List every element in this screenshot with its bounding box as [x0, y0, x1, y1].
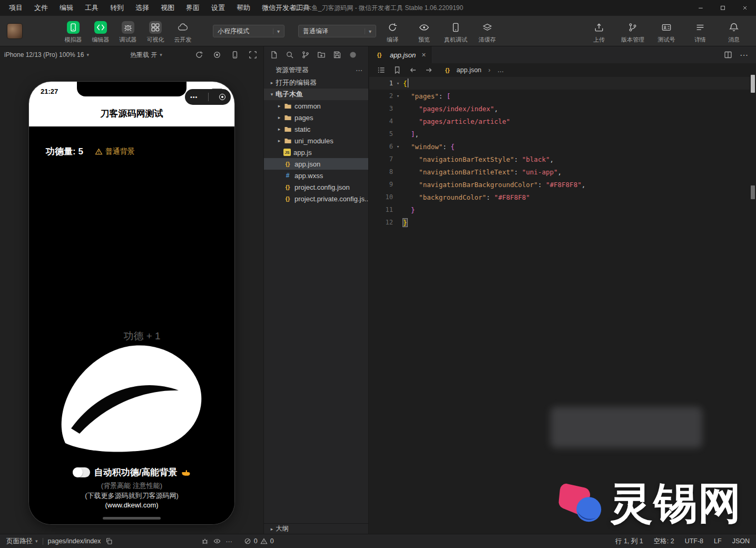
fold-icon[interactable]: ▾ — [393, 93, 403, 99]
outline-list-icon[interactable] — [377, 66, 386, 75]
editor-scrollbar[interactable] — [750, 74, 755, 534]
page-path-dropdown[interactable]: 页面路径 ▾ — [6, 537, 38, 546]
capsule-more-icon[interactable]: ••• — [190, 89, 198, 105]
compile-mode-dropdown[interactable]: 普通编译 ▾ — [298, 25, 376, 37]
project-root-item[interactable]: ▾ 电子木鱼 — [264, 89, 368, 100]
menu-item-2[interactable]: 编辑 — [54, 0, 79, 16]
code-line-5[interactable]: 5 ], — [369, 128, 750, 140]
code-line-1[interactable]: 1▾{ — [369, 77, 750, 90]
file-item-pages[interactable]: ▸pages — [264, 112, 368, 123]
git-branch-icon[interactable] — [301, 51, 310, 60]
split-editor-icon[interactable] — [723, 51, 732, 60]
minimize-button[interactable] — [690, 0, 712, 16]
editor-more-icon[interactable]: ⋯ — [740, 50, 749, 60]
editor-button[interactable]: 编辑器 — [89, 20, 113, 44]
menu-item-0[interactable]: 项目 — [3, 0, 28, 16]
breadcrumb-more[interactable]: … — [497, 66, 504, 74]
save-all-icon[interactable] — [332, 51, 341, 60]
debugger-button[interactable]: 调试器 — [116, 20, 140, 44]
compile-button[interactable]: 编译 — [380, 20, 405, 44]
file-item-app.json[interactable]: {}app.json — [264, 158, 368, 170]
capsule-close-icon[interactable] — [219, 94, 225, 100]
code-line-9[interactable]: 9 "navigationBarBackgroundColor": "#F8F8… — [369, 178, 750, 191]
file-item-app.js[interactable]: JSapp.js — [264, 146, 368, 158]
hot-reload-toggle[interactable]: 热重载 开 ▾ — [126, 51, 166, 60]
menu-item-7[interactable]: 界面 — [180, 0, 205, 16]
code-line-8[interactable]: 8 "navigationBarTitleText": "uni-app", — [369, 165, 750, 178]
scrollbar-thumb[interactable] — [751, 75, 755, 93]
status-item-1[interactable]: 空格: 2 — [654, 537, 674, 546]
refresh-simulator-icon[interactable] — [194, 51, 203, 60]
code-line-12[interactable]: 12} — [369, 216, 750, 229]
code-line-10[interactable]: 10 "backgroundColor": "#F8F8F8" — [369, 191, 750, 203]
status-more-icon[interactable]: ⋯ — [225, 537, 233, 545]
status-item-4[interactable]: JSON — [732, 537, 750, 545]
tab-app-json[interactable]: {} app.json × — [369, 46, 431, 63]
realdevice-button[interactable]: 真机调试 — [444, 20, 468, 44]
new-folder-icon[interactable] — [317, 51, 326, 60]
simulator-button[interactable]: 模拟器 — [61, 20, 85, 44]
fold-icon[interactable]: ▾ — [393, 144, 403, 149]
user-avatar[interactable] — [7, 24, 22, 38]
menu-item-9[interactable]: 帮助 — [231, 0, 256, 16]
status-item-2[interactable]: UTF-8 — [685, 537, 703, 545]
status-item-3[interactable]: LF — [714, 537, 722, 545]
status-debug-icon[interactable] — [201, 537, 209, 545]
menu-item-3[interactable]: 工具 — [79, 0, 104, 16]
wechat-capsule[interactable]: ••• — [185, 89, 231, 105]
file-item-static[interactable]: ▸static — [264, 123, 368, 135]
file-item-project.private.config.js...[interactable]: {}project.private.config.js... — [264, 193, 368, 204]
file-item-project.config.json[interactable]: {}project.config.json — [264, 181, 368, 193]
copy-path-icon[interactable] — [105, 537, 113, 545]
collapse-all-icon[interactable] — [348, 51, 357, 60]
chevron-right-icon[interactable]: ▸ — [276, 126, 283, 132]
page-path-value[interactable]: pages/index/index — [48, 537, 101, 545]
open-editors-section[interactable]: ▸ 打开的编辑器 — [264, 77, 368, 89]
code-line-3[interactable]: 3 "pages/index/index", — [369, 102, 750, 115]
menu-item-1[interactable]: 文件 — [28, 0, 54, 16]
explorer-more-icon[interactable]: ⋯ — [356, 66, 363, 74]
inspect-target-icon[interactable] — [212, 51, 221, 60]
preview-button[interactable]: 预览 — [412, 20, 436, 44]
fold-icon[interactable]: ▾ — [393, 81, 403, 86]
code-line-7[interactable]: 7 "navigationBarTextStyle": "black", — [369, 153, 750, 165]
testid-button[interactable]: 测试号 — [653, 20, 680, 44]
version-button[interactable]: 版本管理 — [619, 20, 646, 44]
search-icon[interactable] — [285, 51, 294, 60]
auto-merit-toggle[interactable] — [73, 467, 90, 477]
screenshot-icon[interactable] — [248, 51, 257, 60]
device-frame-icon[interactable] — [230, 51, 239, 60]
simulator-phone[interactable]: 21:27 100% 刀客源码网测试 ••• 功 — [29, 82, 234, 524]
background-mode-button[interactable]: 普通背景 — [95, 147, 135, 156]
mode-dropdown[interactable]: 小程序模式 ▾ — [213, 25, 284, 37]
bookmark-icon[interactable] — [392, 66, 401, 75]
clean-button[interactable]: 清缓存 — [475, 20, 499, 44]
cloud-button[interactable]: 云开发 — [171, 20, 195, 44]
code-line-6[interactable]: 6▾ "window": { — [369, 140, 750, 153]
chevron-right-icon[interactable]: ▸ — [276, 138, 283, 143]
visual-button[interactable]: 可视化 — [143, 20, 168, 44]
close-button[interactable] — [734, 0, 756, 16]
menu-item-4[interactable]: 转到 — [104, 0, 130, 16]
menu-item-8[interactable]: 设置 — [205, 0, 231, 16]
wooden-fish[interactable] — [56, 339, 206, 454]
menu-item-5[interactable]: 选择 — [130, 0, 155, 16]
file-item-common[interactable]: ▸common — [264, 100, 368, 112]
outline-section[interactable]: ▸ 大纲 — [264, 523, 368, 534]
navigate-back-icon[interactable] — [408, 66, 417, 75]
status-item-0[interactable]: 行 1, 列 1 — [615, 537, 643, 546]
new-file-icon[interactable] — [269, 51, 278, 60]
details-button[interactable]: 详情 — [686, 20, 714, 44]
maximize-button[interactable] — [712, 0, 734, 16]
tab-close-icon[interactable]: × — [421, 51, 426, 59]
upload-button[interactable]: 上传 — [585, 20, 613, 44]
navigate-forward-icon[interactable] — [424, 66, 433, 75]
device-selector[interactable]: iPhone 12/13 (Pro) 100% 16 ▾ — [0, 51, 93, 58]
code-line-2[interactable]: 2▾ "pages": [ — [369, 90, 750, 102]
breadcrumb-file[interactable]: app.json — [457, 66, 482, 74]
status-eye-icon[interactable] — [213, 537, 221, 545]
file-item-uni-modules[interactable]: ▸uni_modules — [264, 135, 368, 146]
menu-item-6[interactable]: 视图 — [155, 0, 180, 16]
chevron-right-icon[interactable]: ▸ — [276, 103, 283, 109]
code-line-4[interactable]: 4 "pages/article/article" — [369, 115, 750, 128]
